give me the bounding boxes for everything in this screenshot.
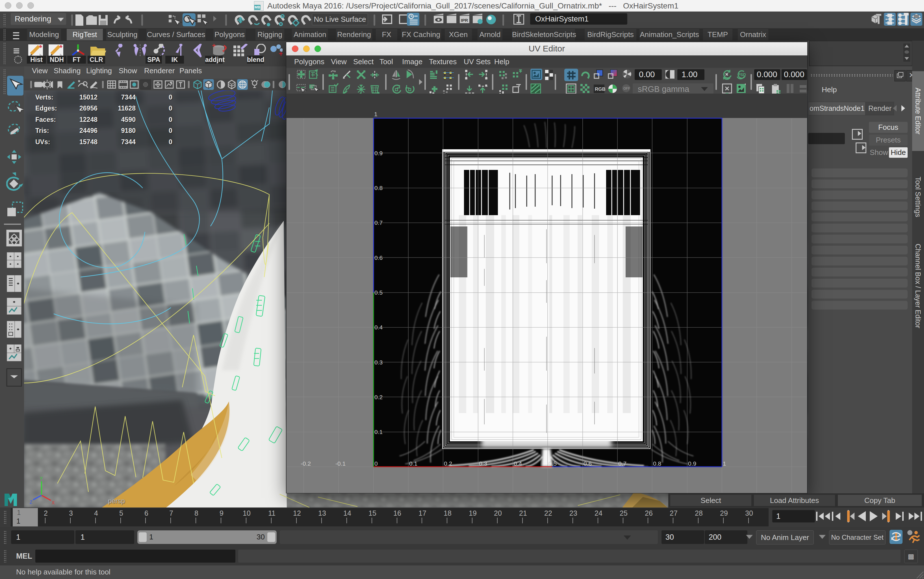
svg-text:0.000: 0.000 <box>757 70 777 79</box>
svg-text:0.8: 0.8 <box>653 460 661 467</box>
svg-text:0.6: 0.6 <box>583 460 592 467</box>
svg-text:0.9: 0.9 <box>688 460 696 467</box>
svg-text:OFF: OFF <box>624 87 630 90</box>
svg-text:0.3: 0.3 <box>479 460 487 467</box>
svg-text:+: + <box>279 49 282 57</box>
svg-text:IPR: IPR <box>461 18 468 23</box>
svg-text:0.5: 0.5 <box>549 460 557 467</box>
svg-text:-0.1: -0.1 <box>335 460 346 467</box>
svg-text:+: + <box>212 44 216 49</box>
svg-text:1.00: 1.00 <box>682 70 697 79</box>
svg-text:Y: Y <box>40 476 43 481</box>
svg-text:1: 1 <box>723 460 726 467</box>
svg-text:X: X <box>52 500 55 505</box>
svg-text:0.00: 0.00 <box>639 70 655 79</box>
svg-text:0.7: 0.7 <box>374 219 383 226</box>
svg-text:0.2: 0.2 <box>444 460 452 467</box>
svg-text:1: 1 <box>374 111 377 117</box>
svg-text:0.9: 0.9 <box>374 150 383 156</box>
svg-text:0.6: 0.6 <box>374 254 383 261</box>
svg-text:0.4: 0.4 <box>374 324 383 330</box>
svg-text:0.000: 0.000 <box>784 70 805 79</box>
svg-text:0.8: 0.8 <box>374 185 383 191</box>
svg-text:0: 0 <box>374 460 378 467</box>
svg-text:Z: Z <box>30 500 33 505</box>
svg-text:0.4: 0.4 <box>514 460 522 467</box>
svg-text:RGB: RGB <box>595 87 606 92</box>
svg-text:0.7: 0.7 <box>618 460 627 467</box>
svg-text:sRGB gamma: sRGB gamma <box>638 85 689 93</box>
svg-text:0.5: 0.5 <box>374 289 383 296</box>
svg-text:0.3: 0.3 <box>374 359 383 366</box>
svg-text:0.1: 0.1 <box>409 460 417 467</box>
svg-text:PSD: PSD <box>738 72 746 77</box>
svg-text:0.1: 0.1 <box>374 429 383 435</box>
svg-text:-0.2: -0.2 <box>300 460 311 467</box>
svg-text:0.2: 0.2 <box>374 394 383 400</box>
